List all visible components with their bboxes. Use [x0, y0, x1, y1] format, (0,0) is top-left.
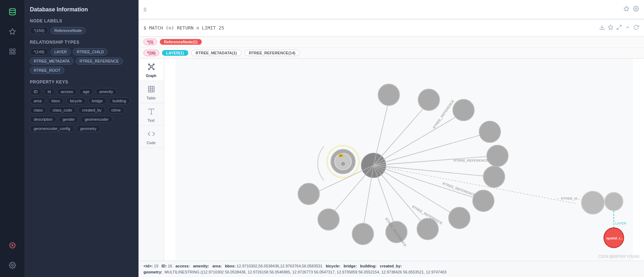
- svg-point-48: [418, 89, 439, 110]
- tab-table[interactable]: Table: [139, 81, 164, 103]
- svg-point-17: [153, 64, 154, 65]
- prop-bbox[interactable]: bbox: [48, 97, 64, 104]
- prop-geomencoder-config[interactable]: geomencoder_config: [30, 125, 74, 132]
- prop-created-by[interactable]: created_by: [78, 107, 105, 114]
- tab-graph-label: Graph: [146, 74, 156, 78]
- svg-point-0: [9, 9, 15, 11]
- prop-amenity[interactable]: amenity: [96, 88, 117, 95]
- disconnect-icon-btn[interactable]: [6, 239, 19, 252]
- settings-icon-btn[interactable]: [6, 259, 19, 272]
- svg-text:← RTREE_M...: ← RTREE_M...: [557, 196, 580, 200]
- property-keys-group: ID Id access age amenity area bbox bicyc…: [30, 88, 133, 132]
- badges-row2: *(16) LAYER(1) RTREE_METADATA(1) RTREE_R…: [139, 48, 644, 59]
- tab-code-label: Code: [147, 141, 156, 145]
- svg-point-50: [479, 121, 500, 142]
- download-button[interactable]: [599, 25, 605, 32]
- rel-all[interactable]: *(149): [30, 48, 48, 55]
- prop-class[interactable]: class: [30, 107, 47, 114]
- query-display: $ MATCH (n) RETURN n LIMIT 25: [144, 25, 224, 31]
- svg-rect-4: [10, 52, 12, 54]
- svg-point-47: [378, 84, 399, 105]
- result-header: $ MATCH (n) RETURN n LIMIT 25: [139, 20, 644, 37]
- tab-code[interactable]: Code: [139, 126, 164, 148]
- refresh-button[interactable]: [633, 25, 639, 32]
- svg-point-11: [635, 8, 637, 9]
- svg-line-23: [152, 67, 153, 69]
- result-panel: $ MATCH (n) RETURN n LIMIT 25: [139, 19, 644, 277]
- rel-rtree-reference[interactable]: RTREE_REFERENCE: [76, 58, 123, 65]
- svg-point-53: [473, 190, 494, 211]
- prop-description[interactable]: description: [30, 116, 56, 123]
- prop-access[interactable]: access: [57, 88, 77, 95]
- tab-text-label: Text: [148, 119, 155, 123]
- main-panel: $ $ MATCH (n) RETURN n LIMIT 25: [139, 0, 644, 277]
- tab-text[interactable]: Text: [139, 103, 164, 126]
- badge-rtree-reference[interactable]: RTREE_REFERENCE(14): [244, 50, 300, 56]
- badge-all-1[interactable]: *(1): [144, 39, 157, 45]
- rel-rtree-root[interactable]: RTREE_ROOT: [30, 67, 64, 74]
- prop-Id[interactable]: Id: [44, 88, 55, 95]
- badge-layer[interactable]: LAYER(1): [162, 50, 188, 56]
- svg-rect-3: [13, 49, 15, 51]
- svg-line-13: [619, 25, 621, 27]
- rel-rtree-metadata[interactable]: RTREE_METADATA: [30, 58, 74, 65]
- watermark: CSDN @DIFFER YOUNG: [598, 255, 640, 259]
- svg-line-22: [150, 67, 151, 69]
- rel-rtree-child[interactable]: RTREE_CHILD: [73, 48, 108, 55]
- node-label-reference[interactable]: ReferenceNode: [50, 27, 86, 34]
- prop-building[interactable]: building: [109, 97, 130, 104]
- rel-layer[interactable]: LAYER: [50, 48, 71, 55]
- collapse-button[interactable]: [625, 25, 631, 32]
- svg-point-54: [449, 207, 470, 229]
- graph-svg: RTREE_REFERENCE RTREE_REFERENCE RTREE_RE…: [164, 59, 644, 261]
- query-dollar: $: [144, 6, 146, 12]
- query-bar-actions: [623, 6, 639, 13]
- query-input[interactable]: [150, 7, 620, 12]
- svg-point-57: [352, 223, 373, 245]
- svg-point-18: [148, 69, 150, 70]
- prop-geometry[interactable]: geometry: [76, 125, 101, 132]
- svg-point-51: [487, 145, 508, 167]
- search-icon-btn[interactable]: [6, 45, 19, 58]
- info-line1: <id>: 19 ID: 16 access: amenity: area: b…: [144, 264, 402, 268]
- property-keys-header: Property Keys: [30, 80, 133, 85]
- database-icon-btn[interactable]: [6, 5, 19, 18]
- svg-text:RTREE_REFERENCE: RTREE_REFERENCE: [454, 158, 488, 162]
- tab-graph[interactable]: Graph: [139, 59, 164, 81]
- pin-button[interactable]: [608, 25, 613, 32]
- badge-rtree-metadata[interactable]: RTREE_METADATA(1): [191, 50, 242, 56]
- result-header-actions: [599, 25, 639, 32]
- node-labels-header: Node Labels: [30, 18, 133, 23]
- prop-bicycle[interactable]: bicycle: [66, 97, 86, 104]
- svg-rect-2: [10, 49, 12, 51]
- svg-line-14: [617, 28, 619, 29]
- star-icon-btn[interactable]: [6, 25, 19, 38]
- node-labels-group: *(150) ReferenceNode: [30, 27, 133, 34]
- sidebar: Database Information Node Labels *(150) …: [25, 0, 139, 277]
- info-bar: <id>: 19 ID: 16 access: amenity: area: b…: [139, 261, 644, 277]
- svg-point-19: [153, 69, 154, 70]
- node-label-all[interactable]: *(150): [30, 27, 48, 34]
- svg-text:LAYER: LAYER: [615, 221, 626, 225]
- content-row: Graph Table: [139, 59, 644, 261]
- prop-ID[interactable]: ID: [30, 88, 42, 95]
- prop-class-code[interactable]: class_code: [49, 107, 76, 114]
- prop-bridge[interactable]: bridge: [88, 97, 107, 104]
- graph-area[interactable]: RTREE_REFERENCE RTREE_REFERENCE RTREE_RE…: [164, 59, 644, 261]
- left-icon-bar: [0, 0, 25, 277]
- prop-geomencoder[interactable]: geomencoder: [81, 116, 112, 123]
- prop-gender[interactable]: gender: [59, 116, 79, 123]
- badge-reference-node[interactable]: ReferenceNode(1): [160, 39, 202, 45]
- view-toggle: Graph Table: [139, 59, 164, 261]
- settings2-button[interactable]: [633, 6, 639, 13]
- prop-ctime[interactable]: ctime: [108, 107, 125, 114]
- svg-point-52: [483, 166, 505, 188]
- prop-age[interactable]: age: [79, 88, 93, 95]
- prop-area[interactable]: area: [30, 97, 45, 104]
- badge-all-16[interactable]: *(16): [144, 50, 159, 56]
- badges-row1: *(1) ReferenceNode(1): [139, 37, 644, 48]
- expand-button[interactable]: [616, 25, 622, 32]
- svg-rect-24: [148, 86, 154, 92]
- favorite-button[interactable]: [623, 6, 629, 13]
- svg-marker-10: [624, 6, 629, 11]
